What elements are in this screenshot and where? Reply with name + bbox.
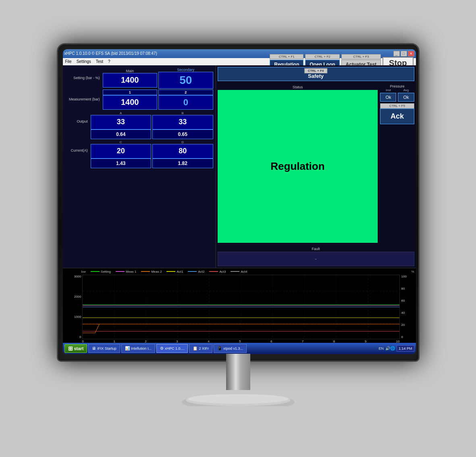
pressure-label: Pressure [390,84,404,88]
ack-label: Ack [380,109,414,124]
y-1000: 1000 [66,315,81,319]
taskbar-item-xifr[interactable]: 📋 2 XIFr [189,344,212,353]
pressure-inst-button[interactable]: Ok [380,93,396,102]
monitor-base [182,386,295,406]
monitor-neck [226,354,250,390]
taskbar-intellution-label: Intellution I... [131,346,152,351]
channel-a-value: 33 [91,115,152,129]
safety-label: Safety [220,73,412,79]
measurement-label: Measurement (bar) [65,97,102,102]
legend-meas1: Meas 1 [116,270,136,273]
fault-label: Fault [218,246,414,252]
taskbar-item-xipod[interactable]: 📱 xIpod v1.3... [214,344,247,353]
channel-b-current: 0.65 [152,129,213,139]
svg-point-16 [188,394,289,404]
status-label: Status [218,84,378,90]
channel-a-label: A [91,111,152,115]
lang-display: EN [378,346,384,351]
channel-a-current: 0.64 [91,129,152,139]
y-pct-20: 20 [401,323,413,327]
legend-setting: Setting [91,270,111,273]
channel-c-value: 20 [91,144,152,159]
channel-b-value: 33 [152,115,213,129]
legend-act1: Act1 [166,270,183,273]
y-pct-0: 0 [401,335,413,339]
taskbar-item-xhpc[interactable]: ⚙ xHPC 1.0.... [156,344,188,353]
y-pct-60: 60 [401,299,413,303]
time-display: 1:14 PM [397,345,414,352]
start-button[interactable]: ⊞ start [64,344,87,353]
pressure-inst-label: Inst [386,88,391,92]
ack-button[interactable]: CTRL + F5 Ack [380,103,414,124]
menu-bar: File Settings Test ? CTRL + F1 Regulatio… [63,58,416,65]
pressure-avg-label: Avg [403,88,409,92]
y-2000: 2000 [66,295,81,298]
legend-meas2: Meas 2 [141,270,162,273]
y-pct-100: 100 [401,275,413,278]
channel-d-label: D [152,140,213,144]
chart-svg [82,275,400,339]
y-pct-40: 40 [401,311,413,315]
channel-c-label: C [91,140,152,144]
legend-act4: Act4 [231,270,247,273]
safety-button[interactable]: CTRL + F4 Safety [218,67,414,81]
taskbar-xhpc-label: xHPC 1.0.... [165,346,185,351]
fault-value: - [218,252,414,266]
taskbar-icons: 🔊🌐 [385,346,395,351]
taskbar-item-ifix[interactable]: 🖥 iFIX Startup [88,344,120,353]
menu-file[interactable]: File [65,59,72,64]
legend-act3: Act3 [209,270,226,273]
menu-help[interactable]: ? [108,59,110,64]
current-label: Current(A) [65,148,89,152]
start-label: start [74,346,84,351]
app-title: xHPC 1.0.10.0 © EFS SA (bld 2013/01/19 0… [64,51,157,56]
safety-shortcut: CTRL + F4 [304,68,328,73]
output-label: Output [65,119,89,123]
channel-d-current: 1.82 [152,159,213,168]
main-measurement-value: 1400 [103,95,158,110]
chart-legend: bar Setting Meas 1 Meas 2 [64,270,414,273]
taskbar: ⊞ start 🖥 iFIX Startup 📊 Intellution I..… [63,343,416,354]
main-header: Main [103,69,158,73]
main-meas-sublabel: 1 [103,90,158,95]
channel-c-current: 1.43 [91,159,152,168]
y-3000: 3000 [66,275,81,278]
menu-settings[interactable]: Settings [77,59,91,64]
secondary-setting-value: 50 [158,72,213,89]
legend-act2: Act2 [188,270,204,273]
y-pct-80: 80 [401,287,413,290]
status-value: Regulation [218,90,378,243]
taskbar-xifr-label: 2 XIFr [199,346,209,351]
taskbar-item-intellution[interactable]: 📊 Intellution I... [121,344,155,353]
channel-b-label: B [152,111,213,115]
menu-test[interactable]: Test [96,59,103,64]
secondary-meas-sublabel: 2 [158,90,213,95]
taskbar-xipod-label: xIpod v1.3... [223,346,243,351]
ack-shortcut: CTRL + F5 [380,103,414,109]
pressure-avg-button[interactable]: Ok [398,93,414,102]
y-0: 0 [66,335,81,339]
taskbar-ifix-label: iFIX Startup [97,346,116,351]
secondary-header: Secondary [158,68,213,72]
setting-label: Setting (bar - %) [65,76,102,81]
secondary-measurement-value: 0 [158,95,213,110]
channel-d-value: 80 [152,144,213,159]
main-setting-value: 1400 [103,73,158,88]
